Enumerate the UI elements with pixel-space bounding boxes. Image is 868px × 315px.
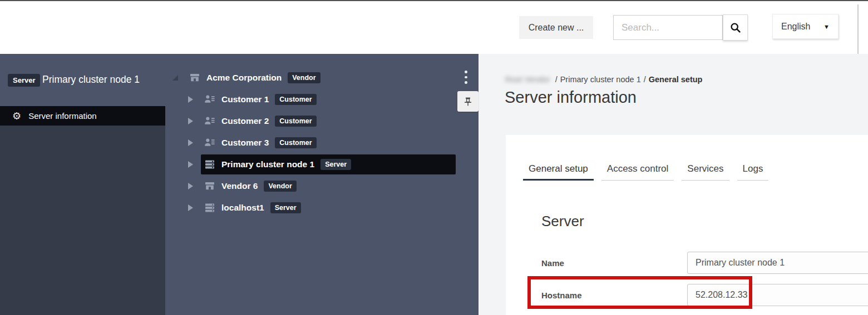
breadcrumb-parent[interactable]: Primary cluster node 1 xyxy=(560,75,641,84)
server-icon xyxy=(204,202,215,213)
hostname-label: Hostname xyxy=(541,291,687,300)
search-icon xyxy=(729,22,742,34)
create-new-button[interactable]: Create new ... xyxy=(519,16,593,39)
pin-icon xyxy=(462,96,474,107)
server-badge: Server xyxy=(270,202,301,213)
gear-icon: ⚙ xyxy=(12,111,21,121)
sidebar-item-label: Server information xyxy=(28,111,97,121)
name-field[interactable] xyxy=(687,252,868,274)
tab-services[interactable]: Services xyxy=(682,163,729,181)
breadcrumb-current: General setup xyxy=(649,75,703,84)
search-button[interactable] xyxy=(723,14,748,41)
tree-node-label: localhost1 xyxy=(221,203,264,213)
chevron-down-icon: ▼ xyxy=(823,23,830,30)
main-content: Root Vendor/Primary cluster node 1/Gener… xyxy=(479,54,868,315)
page: Create new ... English ▼ Server Primary … xyxy=(0,0,868,315)
section-title-server: Server xyxy=(541,213,584,230)
search-input[interactable] xyxy=(613,15,723,40)
tab-logs[interactable]: Logs xyxy=(737,163,769,181)
top-bar: Create new ... English ▼ xyxy=(0,0,868,54)
server-icon xyxy=(204,159,215,170)
expand-arrow-icon[interactable] xyxy=(186,118,194,124)
breadcrumb-redacted: Root Vendor xyxy=(505,75,550,84)
tree-node-label: Customer 1 xyxy=(221,94,269,104)
sidebar-header: Server Primary cluster node 1 xyxy=(0,54,165,106)
customer-icon xyxy=(204,116,215,127)
field-row-name: Name xyxy=(541,252,868,274)
sidebar-title: Primary cluster node 1 xyxy=(42,74,140,86)
customer-badge: Customer xyxy=(275,116,316,127)
name-label: Name xyxy=(541,258,687,268)
language-label: English xyxy=(781,22,810,32)
server-badge: Server xyxy=(320,159,351,170)
store-icon xyxy=(189,72,200,83)
vendor-badge: Vendor xyxy=(288,72,320,83)
tree-row-customer-2[interactable]: Customer 2 Customer xyxy=(165,110,479,132)
tree-row-customer-3[interactable]: Customer 3 Customer xyxy=(165,132,479,153)
tree-row-primary-cluster-node-1[interactable]: Primary cluster node 1 Server xyxy=(165,153,479,175)
field-row-hostname: Hostname xyxy=(541,284,868,306)
store-icon xyxy=(204,181,215,192)
tree-node-label: Customer 2 xyxy=(221,116,269,126)
breadcrumb-separator: / xyxy=(644,75,646,84)
tab-bar: General setup Access control Services Lo… xyxy=(523,163,776,181)
server-type-badge: Server xyxy=(8,74,40,87)
tree-node-label: Primary cluster node 1 xyxy=(221,159,314,169)
kebab-menu-icon[interactable] xyxy=(463,69,468,85)
customer-icon xyxy=(204,94,215,105)
expand-arrow-icon[interactable] xyxy=(186,96,194,103)
tree-row-acme-corporation[interactable]: Acme Corporation Vendor xyxy=(165,67,479,88)
customer-badge: Customer xyxy=(275,94,316,105)
breadcrumb-separator: / xyxy=(555,75,558,84)
content-card: General setup Access control Services Lo… xyxy=(506,135,868,315)
tree-node-label: Vendor 6 xyxy=(221,181,258,191)
expand-arrow-icon[interactable] xyxy=(186,183,194,189)
expand-arrow-icon[interactable] xyxy=(186,204,194,211)
hostname-field[interactable] xyxy=(687,284,868,306)
customer-badge: Customer xyxy=(275,137,316,148)
vendor-badge: Vendor xyxy=(264,181,296,192)
customer-icon xyxy=(204,137,215,148)
language-dropdown[interactable]: English ▼ xyxy=(772,14,839,39)
page-title: Server information xyxy=(505,88,637,107)
expand-arrow-icon[interactable] xyxy=(186,139,194,146)
expand-arrow-icon[interactable] xyxy=(186,161,194,168)
entity-tree: Acme Corporation Vendor Customer 1 Custo… xyxy=(165,54,479,315)
sidebar-item-server-information[interactable]: ⚙ Server information xyxy=(0,106,165,126)
pin-button[interactable] xyxy=(457,91,479,112)
topbar-divider xyxy=(857,4,859,55)
tree-row-localhost1[interactable]: localhost1 Server xyxy=(165,197,479,218)
tree-node-label: Acme Corporation xyxy=(206,73,282,83)
sidebar: Server Primary cluster node 1 ⚙ Server i… xyxy=(0,54,165,315)
tab-general-setup[interactable]: General setup xyxy=(523,163,594,181)
tree-row-customer-1[interactable]: Customer 1 Customer xyxy=(165,88,479,110)
collapse-arrow-icon[interactable] xyxy=(171,75,179,81)
breadcrumb: Root Vendor/Primary cluster node 1/Gener… xyxy=(505,75,702,84)
tab-access-control[interactable]: Access control xyxy=(601,163,674,181)
tree-node-label: Customer 3 xyxy=(221,138,269,148)
tree-row-vendor-6[interactable]: Vendor 6 Vendor xyxy=(165,175,479,197)
